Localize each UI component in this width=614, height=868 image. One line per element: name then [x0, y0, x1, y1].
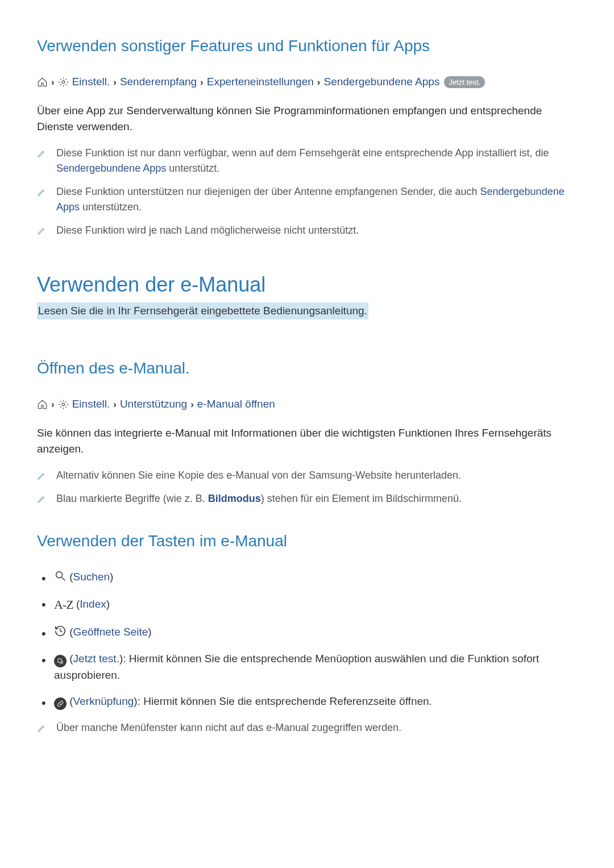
- search-icon: [54, 571, 69, 583]
- note-text: unterstützen.: [80, 201, 142, 213]
- chevron-icon: ›: [113, 75, 117, 90]
- breadcrumb-apps-link[interactable]: Sendergebundene Apps: [323, 74, 439, 90]
- pencil-icon: [37, 468, 46, 483]
- note-text: Über manche Menüfenster kann nicht auf d…: [56, 720, 577, 736]
- history-icon: [54, 626, 69, 638]
- link-badge-icon: [54, 697, 67, 710]
- chevron-icon: ›: [200, 75, 204, 90]
- note-item: Diese Funktion ist nur dann verfügbar, w…: [37, 146, 577, 176]
- chevron-icon: ›: [51, 397, 55, 412]
- note-item: Über manche Menüfenster kann nicht auf d…: [37, 720, 577, 736]
- note-text: Alternativ können Sie eine Kopie des e-M…: [56, 468, 577, 483]
- note-item: Blau markierte Begriffe (wie z. B. Bildm…: [37, 491, 577, 506]
- gear-icon: [58, 77, 69, 88]
- list-item-opened-page: (Geöffnete Seite): [54, 624, 577, 641]
- chevron-icon: ›: [51, 75, 55, 90]
- list-item-index: A-Z (Index): [54, 595, 577, 614]
- section1-body: Über eine App zur Senderverwaltung könne…: [37, 103, 577, 135]
- try-now-label: Jetzt test.: [73, 653, 119, 665]
- note-text: ) stehen für ein Element im Bildschirmme…: [261, 493, 462, 504]
- note-emph-bold: Bildmodus: [208, 493, 261, 504]
- chevron-icon: ›: [113, 397, 117, 412]
- note-text: unterstützt.: [166, 163, 219, 174]
- svg-rect-4: [58, 659, 61, 662]
- section1-notes: Diese Funktion ist nur dann verfügbar, w…: [37, 146, 577, 238]
- section-title-buttons: Verwenden der Tasten im e-Manual: [37, 529, 577, 553]
- svg-line-3: [62, 577, 65, 580]
- note-text: Diese Funktion wird je nach Land möglich…: [56, 223, 577, 238]
- list-item-try-now: (Jetzt test.): Hiermit können Sie die en…: [54, 651, 577, 684]
- section3-notes: Alternativ können Sie eine Kopie des e-M…: [37, 468, 577, 506]
- emanual-subtitle: Lesen Sie die in Ihr Fernsehgerät eingeb…: [37, 302, 368, 320]
- svg-point-0: [62, 81, 65, 84]
- svg-point-2: [56, 571, 63, 578]
- note-emph: Sendergebundene Apps: [56, 163, 166, 174]
- gear-icon: [58, 399, 69, 410]
- chevron-icon: ›: [190, 397, 194, 412]
- main-title-emanual: Verwenden der e-Manual: [37, 269, 577, 300]
- link-desc: : Hiermit können Sie die entsprechende R…: [138, 695, 432, 707]
- chevron-icon: ›: [317, 75, 321, 90]
- try-now-badge-icon: [54, 655, 67, 667]
- breadcrumb-emanual: › Einstell. › Unterstützung › e-Manual ö…: [37, 396, 577, 413]
- try-now-desc: : Hiermit können Sie die entsprechende M…: [54, 653, 539, 681]
- breadcrumb-senderempfang[interactable]: Senderempfang: [120, 74, 197, 90]
- pencil-icon: [37, 491, 46, 506]
- index-label: Index: [80, 598, 106, 610]
- breadcrumb-experten[interactable]: Experteneinstellungen: [207, 74, 314, 90]
- breadcrumb-open-emanual[interactable]: e-Manual öffnen: [197, 396, 275, 413]
- breadcrumb-apps: › Einstell. › Senderempfang › Expertenei…: [37, 74, 577, 90]
- note-text: Diese Funktion unterstützen nur diejenig…: [56, 186, 480, 197]
- breadcrumb-einstell[interactable]: Einstell.: [72, 74, 110, 90]
- breadcrumb-support[interactable]: Unterstützung: [120, 396, 187, 413]
- try-now-pill[interactable]: Jetzt test.: [444, 76, 485, 89]
- pencil-icon: [37, 720, 46, 736]
- note-item: Diese Funktion wird je nach Land möglich…: [37, 223, 577, 238]
- section4-notes: Über manche Menüfenster kann nicht auf d…: [37, 720, 577, 736]
- emanual-buttons-list: (Suchen) A-Z (Index) (Geöffnete Seite) (…: [37, 569, 577, 711]
- note-text: Diese Funktion ist nur dann verfügbar, w…: [56, 147, 549, 159]
- note-item: Alternativ können Sie eine Kopie des e-M…: [37, 468, 577, 483]
- section-title-apps: Verwenden sonstiger Features und Funktio…: [37, 34, 577, 58]
- list-item-link: (Verknüpfung): Hiermit können Sie die en…: [54, 693, 577, 710]
- section3-body: Sie können das integrierte e-Manual mit …: [37, 425, 577, 458]
- pencil-icon: [37, 146, 46, 161]
- note-item: Diese Funktion unterstützen nur diejenig…: [37, 184, 577, 215]
- home-icon: [37, 77, 48, 88]
- section-title-open-emanual: Öffnen des e-Manual.: [37, 356, 577, 380]
- link-label: Verknüpfung: [73, 695, 134, 707]
- az-index-icon: A-Z: [54, 597, 73, 612]
- opened-page-label: Geöffnete Seite: [73, 626, 148, 638]
- home-icon: [37, 399, 48, 410]
- breadcrumb-einstell[interactable]: Einstell.: [72, 396, 110, 413]
- list-item-search: (Suchen): [54, 569, 577, 585]
- search-label: Suchen: [73, 571, 110, 583]
- note-text: Blau markierte Begriffe (wie z. B.: [56, 493, 208, 504]
- pencil-icon: [37, 223, 46, 238]
- pencil-icon: [37, 184, 46, 200]
- svg-point-1: [62, 403, 65, 406]
